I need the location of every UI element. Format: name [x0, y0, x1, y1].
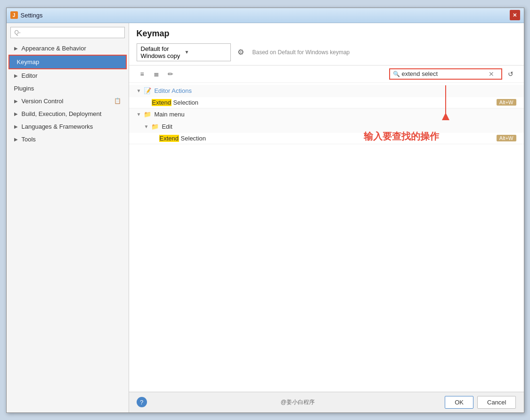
sidebar-item-tools[interactable]: ▶ Tools: [7, 133, 129, 146]
sidebar-item-plugins[interactable]: Plugins: [7, 82, 129, 95]
annotation-text: 输入要查找的操作: [364, 130, 439, 143]
refresh-button[interactable]: ↺: [505, 68, 516, 80]
clear-button[interactable]: ✕: [489, 70, 494, 78]
tree-group-header-main-menu[interactable]: ▼ 📁 Main menu: [129, 108, 524, 121]
search-input[interactable]: extend select: [402, 70, 487, 77]
chevron-icon: ▶: [14, 99, 18, 104]
titlebar-controls: ✕: [510, 10, 520, 20]
close-button[interactable]: ✕: [510, 10, 520, 20]
sidebar-item-keymap-border: Keymap: [8, 55, 127, 69]
app-icon: J: [10, 11, 18, 19]
edit-folder-icon: 📁: [151, 123, 159, 131]
sidebar-search[interactable]: Q-: [10, 27, 125, 38]
shortcut-badge: Alt+W: [497, 135, 516, 141]
tree-item-extend-selection-editor[interactable]: Extend Selection Alt+W: [129, 97, 524, 108]
sidebar-item-label: Plugins: [14, 85, 34, 92]
annotation-arrow: [442, 85, 449, 120]
expand-icon: ▼: [137, 88, 141, 93]
sidebar: Q- ▶ Appearance & Behavior Keymap ▶ Edit…: [7, 23, 129, 412]
chevron-icon: ▶: [14, 73, 18, 78]
sidebar-item-build[interactable]: ▶ Build, Execution, Deployment: [7, 107, 129, 120]
sidebar-item-label: Appearance & Behavior: [22, 45, 86, 52]
cancel-button[interactable]: Cancel: [477, 396, 516, 409]
gear-button[interactable]: ⚙: [235, 46, 247, 58]
align-left-button[interactable]: ≡: [137, 68, 148, 80]
keymap-dropdown[interactable]: Default for Windows copy ▼: [137, 43, 231, 61]
chevron-icon: ▶: [14, 46, 18, 51]
sidebar-item-label: Version Control: [22, 98, 64, 105]
chevron-icon: ▶: [14, 111, 18, 116]
panel-header: Keymap Default for Windows copy ▼ ⚙ Base…: [129, 23, 524, 66]
editor-actions-icon: 📝: [144, 87, 151, 95]
sidebar-item-label: Tools: [22, 136, 36, 143]
copy-icon: 📋: [114, 98, 121, 104]
window-title: Settings: [21, 12, 43, 19]
main-panel: Keymap Default for Windows copy ▼ ⚙ Base…: [129, 23, 524, 412]
watermark: @姜小白程序: [281, 398, 315, 406]
arrow-line: [445, 85, 446, 114]
sidebar-item-label: Languages & Frameworks: [22, 123, 93, 130]
expand-icon: ▼: [137, 112, 141, 117]
label-suffix: Selection: [179, 135, 206, 142]
tree-group-header-editor-actions[interactable]: ▼ 📝 Editor Actions: [129, 85, 524, 97]
edit-button[interactable]: ✏: [165, 68, 176, 80]
sidebar-item-label: Keymap: [17, 58, 40, 66]
sidebar-item-label: Build, Execution, Deployment: [22, 110, 102, 117]
sub-group-label-edit: Edit: [162, 123, 172, 130]
sidebar-item-label: Editor: [22, 72, 38, 79]
keymap-dropdown-value: Default for Windows copy: [141, 45, 183, 59]
ok-button[interactable]: OK: [445, 396, 473, 409]
arrow-head: [442, 113, 449, 120]
search-icon: 🔍: [393, 71, 400, 77]
titlebar: J Settings ✕: [7, 8, 524, 23]
search-icon: Q-: [15, 29, 21, 36]
tree-group-editor-actions: ▼ 📝 Editor Actions Extend Selection Alt+…: [129, 85, 524, 108]
sidebar-item-languages[interactable]: ▶ Languages & Frameworks: [7, 120, 129, 133]
panel-title: Keymap: [137, 29, 516, 39]
group-label-editor-actions: Editor Actions: [154, 87, 192, 94]
settings-window: J Settings ✕ Q- ▶ Appearance & Behavior …: [6, 8, 524, 413]
bottom-bar: ? @姜小白程序 OK Cancel: [129, 392, 524, 412]
shortcut-badge: Alt+W: [497, 99, 516, 106]
sub-group-header-edit[interactable]: ▼ 📁 Edit: [129, 121, 524, 133]
item-label: Extend Selection: [159, 135, 497, 142]
tree-group-main-menu: ▼ 📁 Main menu ▼ 📁 Edit Extend Selection: [129, 108, 524, 144]
tree-panel: ▼ 📝 Editor Actions Extend Selection Alt+…: [129, 83, 524, 392]
highlight-extend: Extend: [152, 99, 171, 106]
main-menu-icon: 📁: [144, 111, 151, 118]
chevron-down-icon: ▼: [185, 49, 227, 55]
chevron-icon: ▶: [14, 137, 18, 142]
search-annotation: 🔍 extend select ✕: [389, 68, 502, 80]
keymap-controls: Default for Windows copy ▼ ⚙ Based on De…: [137, 43, 516, 61]
sidebar-item-editor[interactable]: ▶ Editor: [7, 69, 129, 82]
highlight-extend: Extend: [159, 135, 179, 142]
sidebar-item-appearance-behavior[interactable]: ▶ Appearance & Behavior: [7, 42, 129, 55]
based-on-label: Based on Default for Windows keymap: [253, 49, 350, 56]
sidebar-item-version-control[interactable]: ▶ Version Control 📋: [7, 95, 129, 107]
label-suffix: Selection: [171, 99, 198, 106]
toolbar: ≡ ≣ ✏ 🔍 extend select ✕: [129, 66, 524, 83]
chevron-icon: ▶: [14, 124, 18, 129]
expand-icon: ▼: [144, 124, 149, 129]
align-center-button[interactable]: ≣: [151, 68, 162, 80]
sidebar-search-input[interactable]: [23, 29, 121, 36]
content-area: Q- ▶ Appearance & Behavior Keymap ▶ Edit…: [7, 23, 524, 412]
help-button[interactable]: ?: [137, 397, 147, 407]
group-label-main-menu: Main menu: [154, 111, 184, 118]
tree-item-extend-selection-main[interactable]: Extend Selection Alt+W: [129, 133, 524, 144]
search-field-container: 🔍 extend select ✕: [389, 68, 502, 80]
sidebar-item-keymap[interactable]: Keymap: [9, 56, 126, 68]
